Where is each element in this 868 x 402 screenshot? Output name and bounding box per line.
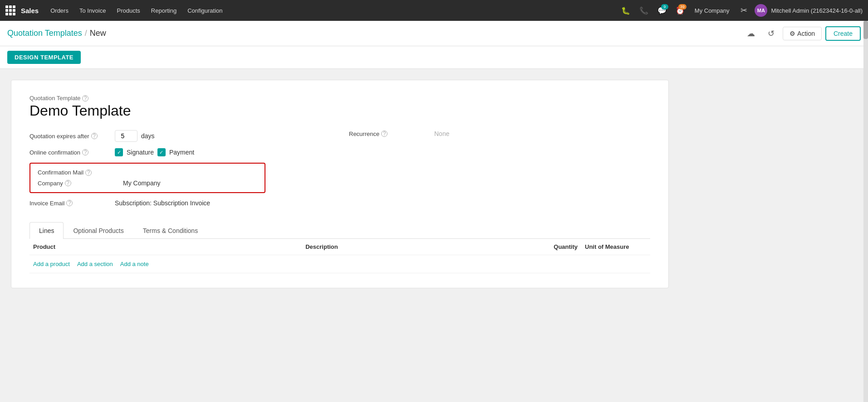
avatar[interactable]: MA bbox=[755, 4, 767, 17]
confirmation-company-box: Confirmation Mail ? Company ? My Company bbox=[29, 163, 265, 193]
design-template-bar: DESIGN TEMPLATE bbox=[0, 46, 868, 69]
sub-header: Quotation Templates / New ☁ ↺ ⚙ Action C… bbox=[0, 21, 868, 46]
scrollbar[interactable] bbox=[863, 21, 868, 402]
nav-icons: 🐛 📞 💬 9 ⏰ 39 My Company ✂ MA Mitchell Ad… bbox=[618, 3, 863, 18]
recurrence-help-icon[interactable]: ? bbox=[381, 131, 387, 137]
scissors-icon[interactable]: ✂ bbox=[736, 3, 751, 18]
expires-value: days bbox=[115, 130, 155, 142]
recurrence-value-text: None bbox=[434, 130, 449, 137]
col-header-product: Product bbox=[29, 243, 111, 250]
confirmation-mail-row: Confirmation Mail ? bbox=[38, 169, 257, 176]
recurrence-value: None bbox=[434, 130, 449, 137]
tab-terms-conditions-label: Terms & Conditions bbox=[143, 227, 198, 234]
table-header: Product Description Quantity Unit of Mea… bbox=[29, 239, 650, 255]
col-left: Quotation expires after ? days Online co… bbox=[29, 130, 331, 213]
cloud-icon[interactable]: ☁ bbox=[743, 25, 759, 42]
add-product-link[interactable]: Add a product bbox=[33, 261, 70, 267]
add-section-link[interactable]: Add a section bbox=[77, 261, 113, 267]
action-label: Action bbox=[797, 30, 815, 37]
signature-checkbox[interactable]: ✓ bbox=[115, 148, 123, 156]
invoice-email-value-text: Subscription: Subscription Invoice bbox=[115, 199, 210, 207]
template-help-icon[interactable]: ? bbox=[82, 95, 88, 102]
username: Mitchell Admin (21623424-16-0-all) bbox=[771, 7, 863, 14]
company-label: Company ? bbox=[38, 180, 119, 187]
company-value-text: My Company bbox=[123, 179, 160, 187]
sub-header-actions: ☁ ↺ ⚙ Action Create bbox=[743, 25, 861, 42]
col-header-description: Description bbox=[111, 243, 532, 250]
nav-orders[interactable]: Orders bbox=[46, 5, 73, 16]
design-template-button[interactable]: DESIGN TEMPLATE bbox=[7, 51, 81, 64]
nav-products[interactable]: Products bbox=[112, 5, 144, 16]
chat-badge: 9 bbox=[661, 4, 668, 10]
template-label-text: Quotation Template bbox=[29, 95, 81, 102]
table-actions: Add a product Add a section Add a note bbox=[29, 255, 650, 273]
tabs: Lines Optional Products Terms & Conditio… bbox=[29, 222, 650, 239]
action-button[interactable]: ⚙ Action bbox=[783, 27, 822, 40]
clock-icon[interactable]: ⏰ 39 bbox=[673, 3, 687, 18]
expires-label: Quotation expires after ? bbox=[29, 133, 111, 140]
company-help-icon[interactable]: ? bbox=[65, 180, 71, 186]
phone-icon[interactable]: 📞 bbox=[637, 3, 651, 18]
breadcrumb: Quotation Templates / New bbox=[7, 29, 106, 38]
breadcrumb-separator: / bbox=[85, 29, 87, 38]
expires-row: Quotation expires after ? days bbox=[29, 130, 331, 142]
recurrence-label: Recurrence ? bbox=[349, 131, 431, 137]
template-label: Quotation Template ? bbox=[29, 95, 650, 102]
company-value: My Company bbox=[123, 179, 160, 187]
invoice-email-value: Subscription: Subscription Invoice bbox=[115, 199, 210, 207]
payment-checkbox[interactable]: ✓ bbox=[157, 148, 166, 156]
template-name[interactable]: Demo Template bbox=[29, 102, 650, 119]
tab-lines[interactable]: Lines bbox=[29, 222, 64, 239]
company-label-text: Company bbox=[38, 180, 63, 187]
signature-label: Signature bbox=[127, 149, 154, 156]
invoice-email-help-icon[interactable]: ? bbox=[66, 200, 73, 206]
gear-icon: ⚙ bbox=[790, 30, 795, 37]
app-name[interactable]: Sales bbox=[21, 7, 39, 15]
nav-reporting[interactable]: Reporting bbox=[147, 5, 181, 16]
confirmation-mail-label: Confirmation Mail ? bbox=[38, 169, 119, 176]
nav-company[interactable]: My Company bbox=[691, 7, 733, 14]
online-confirmation-value: ✓ Signature ✓ Payment bbox=[115, 148, 194, 156]
clock-badge: 39 bbox=[678, 4, 687, 10]
bug-icon[interactable]: 🐛 bbox=[618, 3, 633, 18]
create-button[interactable]: Create bbox=[825, 26, 861, 41]
online-confirmation-text: Online confirmation bbox=[29, 149, 80, 156]
nav-logo[interactable] bbox=[5, 5, 15, 15]
col-header-uom: Unit of Measure bbox=[578, 243, 650, 250]
payment-label: Payment bbox=[169, 149, 194, 156]
scrollbar-thumb[interactable] bbox=[863, 21, 868, 39]
confirmation-mail-help-icon[interactable]: ? bbox=[85, 170, 92, 176]
col-header-quantity: Quantity bbox=[532, 243, 578, 250]
online-confirmation-help-icon[interactable]: ? bbox=[82, 149, 88, 155]
breadcrumb-parent[interactable]: Quotation Templates bbox=[7, 29, 82, 38]
form-two-col: Quotation expires after ? days Online co… bbox=[29, 130, 650, 213]
col-right: Recurrence ? None bbox=[349, 130, 650, 213]
tab-optional-products[interactable]: Optional Products bbox=[64, 222, 133, 239]
expires-unit: days bbox=[141, 132, 155, 140]
online-confirmation-row: Online confirmation ? ✓ Signature ✓ Paym… bbox=[29, 148, 331, 156]
online-confirmation-label: Online confirmation ? bbox=[29, 149, 111, 156]
invoice-email-row: Invoice Email ? Subscription: Subscripti… bbox=[29, 199, 331, 207]
expires-label-text: Quotation expires after bbox=[29, 133, 89, 140]
app-grid-icon[interactable] bbox=[5, 5, 15, 15]
tab-lines-label: Lines bbox=[39, 227, 54, 234]
refresh-icon[interactable]: ↺ bbox=[763, 25, 779, 42]
tab-terms-conditions[interactable]: Terms & Conditions bbox=[133, 222, 207, 239]
recurrence-row: Recurrence ? None bbox=[349, 130, 650, 137]
recurrence-label-text: Recurrence bbox=[349, 131, 379, 137]
add-note-link[interactable]: Add a note bbox=[120, 261, 149, 267]
breadcrumb-current: New bbox=[90, 29, 106, 38]
top-nav: Sales Orders To Invoice Products Reporti… bbox=[0, 0, 868, 21]
expires-days-input[interactable] bbox=[115, 130, 137, 142]
expires-help-icon[interactable]: ? bbox=[91, 133, 98, 139]
invoice-email-text: Invoice Email bbox=[29, 200, 64, 207]
company-row: Company ? My Company bbox=[38, 179, 257, 187]
confirmation-mail-text: Confirmation Mail bbox=[38, 169, 83, 176]
chat-icon[interactable]: 💬 9 bbox=[655, 3, 669, 18]
form-card: Quotation Template ? Demo Template Quota… bbox=[11, 80, 669, 288]
nav-configuration[interactable]: Configuration bbox=[183, 5, 227, 16]
invoice-email-label: Invoice Email ? bbox=[29, 200, 111, 207]
main-content: Quotation Template ? Demo Template Quota… bbox=[0, 69, 868, 402]
tab-optional-products-label: Optional Products bbox=[73, 227, 123, 234]
nav-to-invoice[interactable]: To Invoice bbox=[75, 5, 111, 16]
